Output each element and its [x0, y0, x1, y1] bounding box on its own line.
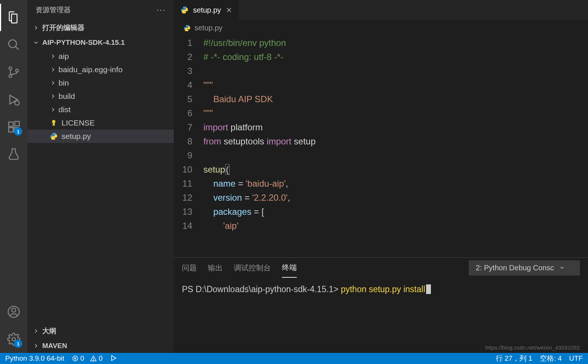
code-line[interactable]: 5 Baidu AIP SDK: [174, 92, 588, 106]
project-section[interactable]: AIP-PYTHON-SDK-4.15.1: [27, 36, 174, 50]
svg-point-18: [183, 7, 184, 8]
code-line[interactable]: 2# -*- coding: utf-8 -*-: [174, 50, 588, 64]
explorer-icon[interactable]: [0, 4, 27, 31]
folder-label: bin: [59, 79, 69, 87]
svg-point-16: [53, 133, 53, 134]
search-icon[interactable]: [0, 31, 27, 59]
code-line[interactable]: 6""": [174, 106, 588, 120]
svg-point-19: [185, 12, 186, 13]
svg-point-3: [9, 75, 12, 78]
open-editors-section[interactable]: 打开的编辑器: [27, 20, 174, 36]
svg-line-1: [16, 47, 19, 50]
status-python[interactable]: Python 3.9.0 64-bit: [5, 354, 64, 363]
chevron-right-icon: [33, 24, 39, 31]
folder-item[interactable]: baidu_aip.egg-info: [27, 63, 174, 76]
extensions-badge: 1: [14, 127, 22, 136]
code-line[interactable]: 11 name = 'baidu-aip',: [174, 177, 588, 191]
svg-point-2: [9, 67, 12, 70]
code-line[interactable]: 4""": [174, 78, 588, 92]
editor-area: setup.py setup.py 1#!/usr/bin/env python…: [174, 0, 588, 353]
code-line[interactable]: 7import platform: [174, 120, 588, 134]
folder-item[interactable]: build: [27, 90, 174, 103]
chevron-right-icon: [50, 53, 56, 60]
status-debug-icon[interactable]: [110, 354, 117, 363]
panel-tab-output[interactable]: 输出: [208, 258, 223, 277]
svg-point-13: [12, 308, 16, 312]
file-label: setup.py: [62, 132, 91, 141]
folder-label: dist: [59, 105, 71, 114]
tab-setup-py[interactable]: setup.py: [174, 0, 239, 20]
terminal-selector[interactable]: 2: Python Debug Consc: [469, 260, 580, 275]
svg-marker-5: [10, 95, 18, 104]
chevron-right-icon: [33, 328, 39, 334]
editor-tabs: setup.py: [174, 0, 588, 20]
close-icon[interactable]: [226, 7, 232, 13]
panel-tab-terminal[interactable]: 终端: [282, 258, 297, 278]
testing-icon[interactable]: [0, 141, 27, 168]
svg-point-14: [12, 338, 16, 341]
panel-tab-debug-console[interactable]: 调试控制台: [234, 258, 271, 277]
svg-point-6: [15, 101, 19, 105]
terminal-command: python setup.py install: [341, 284, 425, 294]
file-item[interactable]: setup.py: [27, 130, 174, 143]
sidebar-title: 资源管理器: [36, 5, 71, 15]
panel-tab-problems[interactable]: 问题: [182, 258, 197, 277]
python-file-icon: [183, 24, 191, 32]
code-line[interactable]: 14 'aip': [174, 219, 588, 233]
status-bar: Python 3.9.0 64-bit 0 0 行 27，列 1 空格: 4 U…: [0, 353, 588, 364]
extensions-icon[interactable]: 1: [0, 113, 27, 141]
status-spaces[interactable]: 空格: 4: [540, 354, 562, 363]
code-line[interactable]: 13 packages = [: [174, 205, 588, 219]
accounts-icon[interactable]: [0, 298, 27, 325]
folder-label: baidu_aip.egg-info: [59, 65, 123, 74]
svg-point-15: [52, 120, 55, 123]
chevron-right-icon: [50, 106, 56, 113]
terminal[interactable]: PS D:\Downloads\aip-python-sdk-4.15.1> p…: [174, 278, 588, 353]
status-problems[interactable]: 0 0: [72, 354, 103, 363]
code-line[interactable]: 10setup(: [174, 163, 588, 177]
python-file-icon: [180, 6, 189, 14]
svg-rect-8: [9, 128, 13, 132]
code-editor[interactable]: 1#!/usr/bin/env python2# -*- coding: utf…: [174, 36, 588, 257]
watermark: https://blog.csdn.net/weixin_43031092: [485, 344, 580, 351]
chevron-right-icon: [33, 343, 39, 349]
code-line[interactable]: 9: [174, 148, 588, 163]
svg-point-22: [186, 25, 187, 26]
code-line[interactable]: 8from setuptools import setup: [174, 134, 588, 148]
folder-item[interactable]: bin: [27, 76, 174, 90]
chevron-right-icon: [50, 66, 56, 73]
chevron-down-icon: [33, 39, 39, 46]
panel: 问题 输出 调试控制台 终端 2: Python Debug Consc PS …: [174, 257, 588, 353]
settings-badge: 1: [14, 340, 22, 348]
breadcrumb[interactable]: setup.py: [174, 20, 588, 36]
sidebar: 资源管理器 ··· 打开的编辑器 AIP-PYTHON-SDK-4.15.1 a…: [27, 0, 174, 353]
settings-icon[interactable]: 1: [0, 325, 27, 353]
svg-rect-10: [15, 121, 19, 126]
status-encoding[interactable]: UTF: [569, 354, 583, 363]
activity-bar: 1 1: [0, 0, 27, 353]
source-control-icon[interactable]: [0, 59, 27, 86]
code-line[interactable]: 12 version = '2.2.20.0',: [174, 191, 588, 205]
status-line-col[interactable]: 行 27，列 1: [496, 354, 532, 363]
chevron-right-icon: [50, 93, 56, 100]
folder-item[interactable]: aip: [27, 50, 174, 63]
terminal-prompt: PS D:\Downloads\aip-python-sdk-4.15.1>: [182, 284, 341, 294]
python-icon: [50, 132, 58, 140]
svg-point-23: [187, 30, 188, 31]
svg-rect-7: [9, 122, 13, 127]
outline-section[interactable]: 大纲: [27, 323, 174, 339]
code-line[interactable]: 3: [174, 64, 588, 78]
run-debug-icon[interactable]: [0, 86, 27, 113]
svg-point-4: [16, 69, 19, 72]
terminal-cursor: [426, 284, 431, 294]
maven-section[interactable]: MAVEN: [27, 339, 174, 353]
file-item[interactable]: LICENSE: [27, 116, 174, 130]
chevron-down-icon: [559, 265, 565, 271]
code-line[interactable]: 1#!/usr/bin/env python: [174, 36, 588, 50]
more-actions-icon[interactable]: ···: [157, 5, 166, 15]
folder-label: aip: [59, 52, 69, 61]
svg-point-17: [54, 138, 55, 139]
folder-label: build: [59, 92, 75, 101]
file-label: LICENSE: [62, 118, 95, 127]
folder-item[interactable]: dist: [27, 103, 174, 116]
